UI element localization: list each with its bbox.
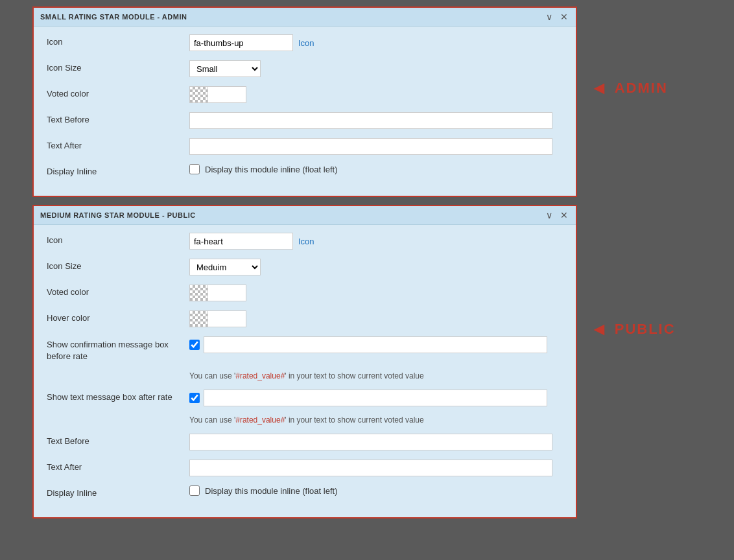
admin-display-inline-checkbox-label: Display this module inline (float left) [205, 165, 337, 174]
admin-text-after-control [189, 138, 563, 155]
public-confirmation-label: Show confirmation message boxbefore rate [47, 336, 189, 362]
admin-voted-color-control [189, 86, 563, 103]
public-display-inline-row: Display Inline Display this module inlin… [47, 485, 563, 498]
public-voted-color-checker[interactable] [189, 285, 207, 301]
admin-module-header: SMALL RATING STAR MODULE - ADMIN ∨ ✕ [34, 8, 576, 27]
admin-icon-size-control: Small Medium Large [189, 60, 563, 77]
public-display-inline-label: Display Inline [47, 485, 189, 498]
right-sidebar: ◄ ADMIN ◄ PUBLIC [590, 0, 676, 340]
public-text-before-input[interactable] [189, 434, 552, 450]
public-confirmation-label-text: Show confirmation message boxbefore rate [47, 340, 169, 361]
admin-module-panel: SMALL RATING STAR MODULE - ADMIN ∨ ✕ Ico… [32, 6, 577, 197]
admin-sidebar-label: ◄ ADMIN [590, 78, 676, 99]
public-confirmation-helper-highlight: #rated_value# [235, 371, 285, 380]
admin-text-before-control [189, 112, 563, 129]
public-voted-color-control [189, 285, 563, 301]
public-sidebar-label: ◄ PUBLIC [590, 319, 676, 340]
admin-voted-color-label: Voted color [47, 86, 189, 99]
public-module-body: Icon Icon Icon Size Small Meduim Large [34, 225, 576, 517]
public-hover-color-picker [189, 310, 246, 327]
admin-voted-color-row: Voted color [47, 86, 563, 103]
public-header-controls: ∨ ✕ [545, 210, 569, 220]
admin-icon-label: Icon [47, 34, 189, 47]
public-display-inline-checkbox-group: Display this module inline (float left) [189, 485, 337, 496]
admin-text-before-label: Text Before [47, 112, 189, 124]
public-text-before-control [189, 434, 563, 450]
public-text-after-input[interactable] [189, 460, 552, 476]
public-hover-color-label: Hover color [47, 310, 189, 323]
public-text-before-row: Text Before [47, 434, 563, 450]
admin-text-after-row: Text After [47, 138, 563, 155]
admin-arrow-icon: ◄ [590, 78, 608, 99]
public-module-panel: MEDIUM RATING STAR MODULE - PUBLIC ∨ ✕ I… [32, 205, 577, 519]
public-icon-size-row: Icon Size Small Meduim Large [47, 259, 563, 275]
public-panel-title: MEDIUM RATING STAR MODULE - PUBLIC [40, 211, 196, 219]
public-text-after-row: Text After [47, 460, 563, 476]
public-text-after-rate-row: Show text message box after rate [47, 390, 563, 406]
public-text-after-rate-helper-highlight: #rated_value# [235, 415, 285, 425]
public-icon-size-select[interactable]: Small Meduim Large [189, 259, 261, 275]
public-icon-label: Icon [47, 233, 189, 245]
public-icon-link[interactable]: Icon [298, 237, 314, 246]
public-display-inline-checkbox[interactable] [189, 485, 200, 496]
public-arrow-icon: ◄ [590, 319, 608, 340]
public-confirmation-input[interactable] [204, 336, 547, 353]
public-text-after-rate-helper: You can use '#rated_value#' in your text… [47, 415, 563, 425]
public-sidebar-text: PUBLIC [615, 321, 676, 338]
public-text-after-rate-checkbox[interactable] [189, 393, 200, 403]
public-text-after-label: Text After [47, 460, 189, 472]
admin-collapse-button[interactable]: ∨ [545, 12, 554, 22]
public-voted-color-picker [189, 285, 246, 301]
admin-display-inline-label: Display Inline [47, 164, 189, 176]
public-voted-color-input[interactable] [207, 285, 246, 301]
public-display-inline-control: Display this module inline (float left) [189, 485, 563, 496]
public-hover-color-row: Hover color [47, 310, 563, 327]
public-confirmation-checkbox[interactable] [189, 340, 200, 350]
admin-header-controls: ∨ ✕ [545, 12, 569, 22]
public-confirmation-control [189, 336, 563, 353]
admin-voted-color-input[interactable] [207, 86, 246, 103]
public-icon-size-label: Icon Size [47, 259, 189, 271]
admin-panel-title: SMALL RATING STAR MODULE - ADMIN [40, 13, 187, 21]
public-text-after-rate-label: Show text message box after rate [47, 390, 189, 402]
admin-icon-size-label: Icon Size [47, 60, 189, 73]
admin-display-inline-row: Display Inline Display this module inlin… [47, 164, 563, 176]
public-voted-color-label: Voted color [47, 285, 189, 297]
public-text-after-rate-control [189, 390, 563, 406]
admin-text-before-row: Text Before [47, 112, 563, 129]
public-text-after-control [189, 460, 563, 476]
admin-display-inline-checkbox[interactable] [189, 164, 200, 174]
admin-icon-size-select[interactable]: Small Medium Large [189, 60, 261, 77]
public-icon-row: Icon Icon [47, 233, 563, 250]
public-confirmation-row: Show confirmation message boxbefore rate [47, 336, 563, 362]
admin-sidebar-text: ADMIN [615, 80, 668, 97]
public-text-before-label: Text Before [47, 434, 189, 446]
public-hover-color-control [189, 310, 563, 327]
admin-display-inline-control: Display this module inline (float left) [189, 164, 563, 174]
admin-text-after-label: Text After [47, 138, 189, 150]
public-confirmation-helper: You can use '#rated_value#' in your text… [47, 371, 563, 380]
public-hover-color-checker[interactable] [189, 310, 207, 327]
public-icon-input[interactable] [189, 233, 293, 250]
admin-icon-size-row: Icon Size Small Medium Large [47, 60, 563, 77]
public-collapse-button[interactable]: ∨ [545, 210, 554, 220]
admin-icon-link[interactable]: Icon [298, 38, 314, 48]
admin-display-inline-checkbox-group: Display this module inline (float left) [189, 164, 337, 174]
public-icon-size-control: Small Meduim Large [189, 259, 563, 275]
admin-module-body: Icon Icon Icon Size Small Medium Large [34, 27, 576, 196]
public-voted-color-row: Voted color [47, 285, 563, 301]
admin-close-button[interactable]: ✕ [559, 12, 569, 22]
public-module-header: MEDIUM RATING STAR MODULE - PUBLIC ∨ ✕ [34, 206, 576, 225]
admin-voted-color-picker [189, 86, 246, 103]
admin-text-before-input[interactable] [189, 112, 552, 129]
admin-icon-row: Icon Icon [47, 34, 563, 51]
public-display-inline-checkbox-label: Display this module inline (float left) [205, 486, 337, 496]
admin-text-after-input[interactable] [189, 138, 552, 155]
admin-icon-control: Icon [189, 34, 563, 51]
admin-icon-input[interactable] [189, 34, 293, 51]
public-hover-color-input[interactable] [207, 310, 246, 327]
public-close-button[interactable]: ✕ [559, 210, 569, 220]
public-icon-control: Icon [189, 233, 563, 250]
public-text-after-rate-input[interactable] [204, 390, 547, 406]
admin-voted-color-checker[interactable] [189, 86, 207, 103]
